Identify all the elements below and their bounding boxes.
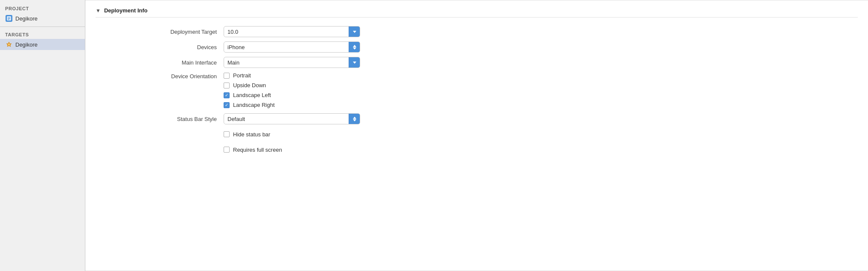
device-orientation-row: Device Orientation Portrait Upside Down … [96,72,858,108]
chevron-down-icon [353,47,356,50]
svg-rect-2 [8,18,10,19]
deployment-target-label: Deployment Target [96,29,224,35]
devices-control: iPhone [224,41,437,53]
section-title: Deployment Info [104,7,148,14]
orientation-group: Portrait Upside Down Landscape Left Land… [224,72,437,108]
deployment-target-control: 10.0 [224,26,437,37]
status-bar-style-value: Default [224,116,349,122]
status-bar-style-arrow[interactable] [349,114,360,124]
sidebar-item-target[interactable]: A Degikore [0,39,85,50]
chevron-down-icon [353,31,356,33]
hide-status-bar-checkbox[interactable] [224,131,230,137]
target-item-label: Degikore [15,41,38,48]
svg-rect-3 [8,19,9,20]
device-orientation-label: Device Orientation [96,72,224,80]
status-bar-style-label: Status Bar Style [96,116,224,122]
upside-down-row: Upside Down [224,82,437,88]
devices-value: iPhone [224,44,349,50]
main-interface-arrow[interactable] [349,57,360,68]
deployment-target-dropdown[interactable]: 10.0 [224,26,360,37]
requires-full-screen-control: Requires full screen [224,147,437,153]
devices-dropdown[interactable]: iPhone [224,41,360,53]
svg-text:A: A [8,43,10,46]
sidebar-divider [0,27,85,27]
status-bar-style-row: Status Bar Style Default [96,113,858,124]
target-icon: A [5,41,13,48]
chevron-down-icon [353,119,356,121]
targets-section-header: TARGETS [0,29,85,39]
section-header: ▼ Deployment Info [96,7,858,18]
deployment-target-arrow[interactable] [349,27,360,37]
landscape-left-label: Landscape Left [233,92,271,98]
hide-status-bar-control: Hide status bar [224,131,437,138]
landscape-left-checkbox[interactable] [224,92,230,98]
requires-full-screen-checkbox-row: Requires full screen [224,147,437,153]
main-interface-row: Main Interface Main [96,57,858,68]
portrait-label: Portrait [233,72,251,79]
project-item-label: Degikore [15,15,38,22]
hide-status-bar-label: Hide status bar [233,131,270,138]
sidebar: PROJECT Degikore TARGETS A [0,0,85,271]
devices-label: Devices [96,44,224,50]
landscape-right-row: Landscape Right [224,102,437,108]
main-interface-dropdown[interactable]: Main [224,57,360,68]
landscape-right-label: Landscape Right [233,102,275,108]
sidebar-item-project[interactable]: Degikore [0,13,85,24]
upside-down-label: Upside Down [233,82,266,88]
project-icon [5,15,13,22]
requires-full-screen-row: Requires full screen [96,144,858,155]
main-interface-control: Main [224,57,437,68]
portrait-row: Portrait [224,72,437,79]
deployment-target-value: 10.0 [224,29,349,35]
landscape-left-row: Landscape Left [224,92,437,98]
portrait-checkbox[interactable] [224,73,230,79]
chevron-up-icon [353,45,356,47]
status-bar-style-dropdown[interactable]: Default [224,113,360,124]
status-bar-style-control: Default [224,113,437,124]
requires-full-screen-checkbox[interactable] [224,147,230,153]
devices-row: Devices iPhone [96,41,858,53]
deployment-target-row: Deployment Target 10.0 [96,26,858,37]
hide-status-bar-checkbox-row: Hide status bar [224,131,437,138]
section-toggle-icon[interactable]: ▼ [96,8,101,14]
main-content: ▼ Deployment Info Deployment Target 10.0… [85,0,868,271]
main-interface-label: Main Interface [96,59,224,66]
main-interface-value: Main [224,59,349,66]
upside-down-checkbox[interactable] [224,82,230,88]
svg-rect-1 [8,18,10,18]
landscape-right-checkbox[interactable] [224,102,230,108]
chevron-up-icon [353,117,356,119]
device-orientation-control: Portrait Upside Down Landscape Left Land… [224,72,437,108]
project-section-header: PROJECT [0,3,85,13]
devices-arrow[interactable] [349,42,360,52]
hide-status-bar-row: Hide status bar [96,129,858,140]
requires-full-screen-label: Requires full screen [233,147,282,153]
chevron-down-icon [353,62,356,64]
